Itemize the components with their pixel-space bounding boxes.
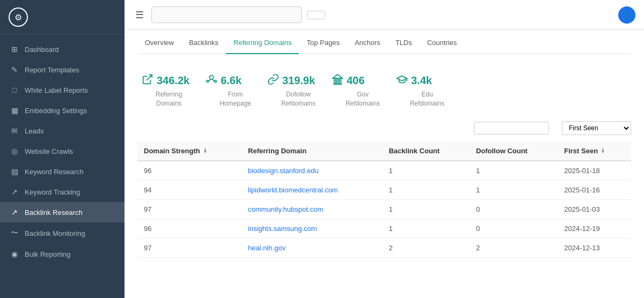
sidebar-item-embedding-settings[interactable]: ▦Embedding Settings	[0, 100, 125, 121]
content-area: OverviewBacklinksReferring DomainsTop Pa…	[125, 30, 644, 298]
svg-rect-9	[340, 78, 341, 84]
tab-overview[interactable]: Overview	[137, 32, 181, 54]
nav-icon-backlink-monitoring: 〜	[10, 228, 19, 238]
stat-from-homepage: 6.6k FromHomepage	[206, 73, 251, 108]
domain-link[interactable]: lipidworld.biomedcentral.com	[248, 186, 338, 194]
sidebar-item-report-templates[interactable]: ✎Report Templates	[0, 59, 125, 80]
sidebar-item-keyword-research[interactable]: ▤Keyword Research	[0, 161, 125, 182]
nav-label-report-templates: Report Templates	[25, 66, 79, 74]
svg-point-3	[215, 80, 217, 83]
tab-top-pages[interactable]: Top Pages	[299, 32, 347, 54]
nav-icon-dashboard: ⊞	[10, 45, 19, 54]
cell-dofollow-count: 1	[470, 180, 558, 199]
cell-referring-domain[interactable]: community.hubspot.com	[241, 199, 382, 219]
user-avatar[interactable]: 👤	[618, 6, 635, 24]
cell-first-seen: 2025-01-16	[558, 180, 631, 199]
svg-rect-8	[337, 78, 339, 84]
nav-label-keyword-research: Keyword Research	[25, 168, 84, 176]
svg-line-5	[213, 79, 215, 81]
cell-domain-strength: 94	[137, 180, 241, 199]
tab-countries[interactable]: Countries	[420, 32, 465, 54]
nav-icon-white-label-reports: □	[10, 86, 19, 94]
th-dofollow-count: Dofollow Count	[470, 141, 558, 161]
stat-edu-refdomains: 3.4k EduRefdomains	[396, 73, 444, 108]
nav-label-white-label-reports: White Label Reports	[25, 86, 88, 94]
nav-icon-keyword-tracking: ↗	[10, 188, 19, 196]
stat-top: 319.9k	[267, 73, 315, 88]
sidebar-logo[interactable]: ⚙	[0, 0, 125, 35]
nav-label-backlink-monitoring: Backlink Monitoring	[25, 229, 85, 237]
cell-domain-strength: 97	[137, 238, 241, 257]
stat-icon-edu-refdomains	[396, 73, 408, 88]
th-domain-strength[interactable]: Domain Strength ⬇	[137, 141, 241, 161]
cell-referring-domain[interactable]: biodesign.stanford.edu	[241, 161, 382, 181]
stat-label-gov-refdomains: GovRefdomains	[332, 90, 380, 108]
stat-label-dofollow-refdomains: DofollowRefdomains	[267, 90, 316, 108]
cell-referring-domain[interactable]: heal.nih.gov	[241, 238, 382, 257]
cell-domain-strength: 97	[137, 199, 241, 219]
tab-referring-domains[interactable]: Referring Domains	[226, 32, 299, 54]
nav-label-embedding-settings: Embedding Settings	[25, 107, 87, 115]
table-row: 96insights.samsung.com102024-12-19	[137, 219, 631, 238]
domain-link[interactable]: biodesign.stanford.edu	[248, 167, 319, 175]
cell-referring-domain[interactable]: insights.samsung.com	[241, 219, 382, 238]
referring-domains-table: Domain Strength ⬇Referring DomainBacklin…	[137, 141, 631, 258]
stat-value-dofollow-refdomains: 319.9k	[282, 74, 315, 87]
svg-line-4	[209, 79, 211, 81]
quick-audit-button[interactable]	[307, 11, 325, 19]
logo-icon: ⚙	[9, 8, 28, 27]
cell-dofollow-count: 0	[470, 219, 558, 238]
sidebar-item-website-crawls[interactable]: ◎Website Crawls	[0, 141, 125, 161]
nav-icon-keyword-research: ▤	[10, 167, 19, 176]
sidebar: ⚙ ⊞Dashboard✎Report Templates□White Labe…	[0, 0, 125, 298]
search-input[interactable]	[474, 122, 549, 135]
stat-icon-gov-refdomains	[332, 73, 343, 88]
stat-label-from-homepage: FromHomepage	[206, 90, 251, 108]
domain-link[interactable]: community.hubspot.com	[248, 205, 323, 213]
url-input[interactable]	[151, 6, 302, 23]
domain-link[interactable]: heal.nih.gov	[248, 244, 286, 252]
tab-backlinks[interactable]: Backlinks	[181, 32, 226, 54]
cell-domain-strength: 96	[137, 219, 241, 238]
nav-label-leads: Leads	[25, 127, 43, 135]
sort-select[interactable]: First SeenDomain StrengthBacklink CountD…	[562, 121, 631, 135]
nav-icon-embedding-settings: ▦	[10, 106, 19, 115]
hamburger-icon[interactable]: ☰	[133, 7, 146, 23]
table-row: 97community.hubspot.com102025-01-03	[137, 199, 631, 219]
sidebar-item-keyword-tracking[interactable]: ↗Keyword Tracking	[0, 182, 125, 202]
svg-rect-7	[334, 78, 336, 84]
sidebar-item-backlink-research[interactable]: ↗Backlink Research	[0, 202, 125, 222]
stat-value-from-homepage: 6.6k	[221, 74, 241, 87]
stat-top: 346.2k	[142, 73, 189, 88]
nav-icon-report-templates: ✎	[10, 65, 19, 74]
sidebar-item-dashboard[interactable]: ⊞Dashboard	[0, 39, 125, 59]
cell-referring-domain[interactable]: lipidworld.biomedcentral.com	[241, 180, 382, 199]
cell-backlink-count: 1	[382, 180, 469, 199]
stat-dofollow-refdomains: 319.9k DofollowRefdomains	[267, 73, 316, 108]
svg-marker-10	[333, 74, 342, 78]
tab-tlds[interactable]: TLDs	[388, 32, 420, 54]
stat-value-referring-domains: 346.2k	[157, 74, 189, 87]
th-referring-domain: Referring Domain	[241, 141, 382, 161]
sidebar-item-backlink-monitoring[interactable]: 〜Backlink Monitoring	[0, 222, 125, 244]
main-area: ☰ 👤 OverviewBacklinksReferring DomainsTo…	[125, 0, 644, 298]
sidebar-item-leads[interactable]: ✉Leads	[0, 121, 125, 141]
cell-backlink-count: 1	[382, 199, 469, 219]
sort-icon-domain-strength: ⬇	[203, 148, 207, 154]
nav-label-backlink-research: Backlink Research	[25, 208, 83, 217]
stat-gov-refdomains: 406 GovRefdomains	[332, 73, 380, 108]
sidebar-item-bulk-reporting[interactable]: ◉Bulk Reporting	[0, 244, 125, 264]
th-first-seen[interactable]: First Seen ⬇	[558, 141, 631, 161]
sidebar-item-white-label-reports[interactable]: □White Label Reports	[0, 80, 125, 100]
sidebar-nav: ⊞Dashboard✎Report Templates□White Label …	[0, 35, 125, 298]
cell-first-seen: 2024-12-19	[558, 219, 631, 238]
cell-domain-strength: 96	[137, 161, 241, 181]
domain-link[interactable]: insights.samsung.com	[248, 225, 317, 233]
tab-anchors[interactable]: Anchors	[347, 32, 388, 54]
stat-icon-dofollow-refdomains	[267, 73, 279, 88]
topbar: ☰ 👤	[125, 0, 644, 30]
svg-point-2	[207, 80, 209, 83]
stat-label-referring-domains: ReferringDomains	[142, 90, 182, 108]
nav-icon-backlink-research: ↗	[10, 208, 19, 217]
th-backlink-count: Backlink Count	[382, 141, 469, 161]
